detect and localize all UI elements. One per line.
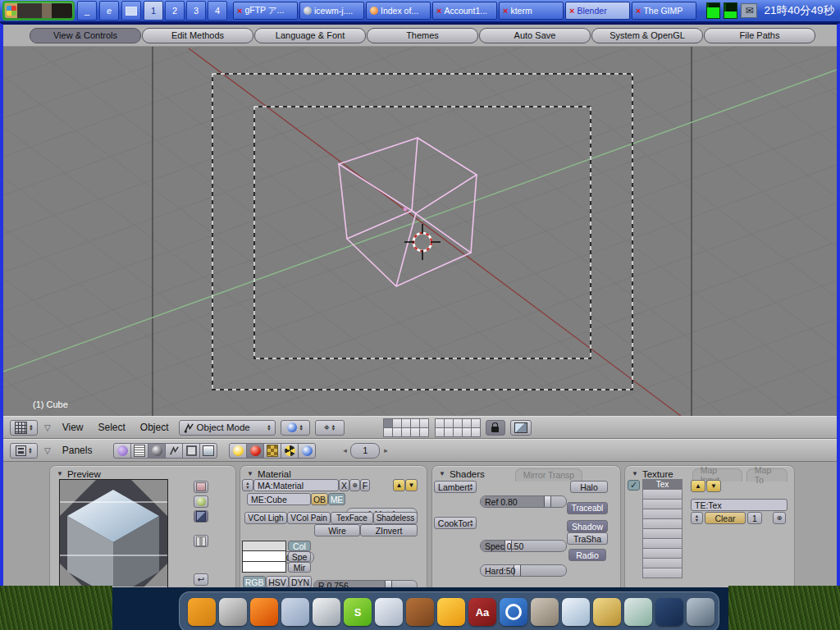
copy-up-button[interactable]: ▲	[393, 479, 405, 491]
browser-globe-icon[interactable]	[313, 598, 340, 626]
header-collapse-icon[interactable]: ▽	[43, 423, 52, 432]
prefs-tab-edit-methods[interactable]: Edit Methods	[142, 28, 253, 43]
material-browse-dropdown[interactable]: ▴▾	[242, 479, 253, 491]
pivot-dropdown[interactable]: ⌖ ▴▾	[315, 420, 345, 436]
vcol-light-toggle[interactable]: VCol Ligh	[244, 512, 287, 524]
task-button-kterm[interactable]: ×kterm	[499, 2, 564, 20]
me-toggle[interactable]: ME	[328, 493, 345, 505]
tab-map-to[interactable]: Map To	[746, 468, 788, 482]
menu-panels[interactable]: Panels	[57, 445, 98, 456]
texture-copy-up-button[interactable]: ▲	[691, 480, 705, 492]
panel-collapse-icon[interactable]: ▼	[247, 470, 253, 477]
editor-type-selector[interactable]: ▴▾	[10, 420, 38, 436]
movie-clapper-icon[interactable]	[687, 598, 714, 626]
firefox-icon[interactable]	[250, 598, 278, 626]
prefs-tab-file-paths[interactable]: File Paths	[704, 28, 815, 43]
mode-dropdown[interactable]: Object Mode ▴▾	[179, 420, 276, 436]
show-desktop-button[interactable]: _	[77, 1, 97, 21]
traceable-toggle[interactable]: Traceabl	[567, 502, 608, 514]
radio-toggle[interactable]: Radio	[568, 549, 606, 561]
hsv-toggle[interactable]: HSV	[266, 576, 289, 587]
preview-refresh-button[interactable]: ↩	[194, 573, 208, 586]
frame-value[interactable]: 1	[350, 443, 380, 459]
prefs-tab-auto-save[interactable]: Auto Save	[479, 28, 591, 43]
prefs-tab-view-controls[interactable]: View & Controls	[30, 28, 141, 43]
browser-launcher-icon[interactable]: e	[99, 1, 119, 21]
music-cd-icon[interactable]	[624, 598, 652, 626]
start-button[interactable]	[2, 1, 75, 21]
prefs-tab-themes[interactable]: Themes	[367, 28, 478, 43]
ref-slider[interactable]: Ref 0.80	[480, 495, 567, 508]
controller-icon[interactable]	[219, 598, 247, 626]
frame-stepper[interactable]: ◂ 1 ▸	[339, 443, 391, 459]
workspace-button-2[interactable]: 2	[165, 1, 185, 21]
dyn-toggle[interactable]: DYN	[289, 576, 312, 587]
workspace-button-4[interactable]: 4	[208, 1, 227, 21]
material-buttons-button[interactable]	[246, 443, 264, 459]
menu-select[interactable]: Select	[94, 422, 130, 433]
editor-type-selector-buttons[interactable]: ▴▾	[10, 443, 38, 459]
trasha-toggle[interactable]: TraSha	[567, 532, 608, 545]
clear-button[interactable]: Clear	[705, 512, 746, 524]
texture-slot-empty[interactable]	[642, 568, 682, 578]
lamp-buttons-button[interactable]	[229, 443, 247, 459]
layer-cell[interactable]	[419, 427, 429, 437]
dictionary-icon[interactable]: Aa	[468, 598, 496, 626]
buttons-window[interactable]: ▼ Preview	[3, 462, 837, 587]
task-button-index-of-[interactable]: Index of...	[366, 2, 431, 20]
task-button-account1-[interactable]: ×Account1...	[432, 2, 497, 20]
preview-flat-button[interactable]	[194, 481, 208, 493]
preview-monkey-button[interactable]	[194, 535, 208, 547]
spec-slider[interactable]: Spec 0.50	[480, 540, 567, 552]
wire-toggle[interactable]: Wire	[314, 524, 360, 536]
panel-shaders-header[interactable]: ▼ Shaders Mirror Transp	[432, 466, 620, 481]
draw-type-dropdown[interactable]: ▴▾	[281, 420, 310, 436]
mail-tray-icon[interactable]: ✉	[741, 3, 757, 18]
header-collapse-icon[interactable]: ▽	[43, 446, 52, 455]
texture-name-field[interactable]: TE:Tex	[691, 499, 788, 511]
texture-browse-dropdown[interactable]: ▴▾	[691, 512, 703, 524]
prefs-tab-language-font[interactable]: Language & Font	[254, 28, 366, 43]
texface-toggle[interactable]: TexFace	[331, 512, 373, 524]
menu-view[interactable]: View	[57, 422, 89, 433]
diffuse-color-swatch[interactable]	[242, 541, 286, 551]
material-name-field[interactable]: MA:Material	[253, 479, 339, 491]
texture-enable-checkbox[interactable]: ✓	[628, 480, 640, 491]
specular-color-swatch[interactable]	[242, 551, 286, 562]
auto-name-button[interactable]: ⊕	[349, 479, 360, 491]
search-icon[interactable]	[500, 598, 527, 626]
preview-sphere-button[interactable]	[194, 495, 208, 508]
step-right-icon[interactable]: ▸	[380, 446, 391, 454]
office-icon[interactable]	[437, 598, 465, 626]
spe-toggle[interactable]: Spe	[288, 551, 311, 562]
menu-object[interactable]: Object	[135, 422, 174, 433]
render-preview-button[interactable]	[510, 420, 532, 436]
shadeless-toggle[interactable]: Shadeless	[373, 512, 418, 524]
lock-layers-button[interactable]	[486, 420, 505, 436]
mir-toggle[interactable]: Mir	[288, 562, 311, 573]
ob-toggle[interactable]: OB	[311, 493, 328, 505]
texture-users-count[interactable]: 1	[747, 512, 762, 524]
tab-mirror-transp[interactable]: Mirror Transp	[515, 468, 582, 482]
preview-cube-button[interactable]	[194, 510, 208, 523]
rgb-toggle[interactable]: RGB	[243, 576, 266, 587]
hard-slider[interactable]: Hard:50	[480, 564, 567, 577]
script-context-button[interactable]	[130, 443, 148, 459]
halo-toggle[interactable]: Halo	[570, 481, 608, 493]
panel-collapse-icon[interactable]: ▼	[632, 470, 638, 477]
step-left-icon[interactable]: ◂	[339, 446, 350, 454]
r-slider[interactable]: R 0.756	[313, 580, 418, 587]
panel-collapse-icon[interactable]: ▼	[57, 470, 63, 477]
editing-context-button[interactable]	[182, 443, 200, 459]
texture-copy-down-button[interactable]: ▼	[706, 480, 721, 492]
mirror-color-swatch[interactable]	[242, 562, 286, 573]
workspace-button-1[interactable]: 1	[144, 1, 163, 21]
monitor-icon[interactable]	[121, 1, 141, 21]
task-button-gftp-[interactable]: ×gFTP ア...	[233, 2, 298, 20]
texture-auto-name-button[interactable]: ⊕	[773, 512, 786, 524]
world-buttons-button[interactable]	[298, 443, 316, 459]
diffuse-shader-dropdown[interactable]: Lambert▴▾	[434, 481, 477, 493]
fake-user-button[interactable]: F	[360, 479, 370, 491]
vcol-paint-toggle[interactable]: VCol Pain	[287, 512, 331, 524]
prefs-tab-system-opengl[interactable]: System & OpenGL	[591, 28, 703, 43]
